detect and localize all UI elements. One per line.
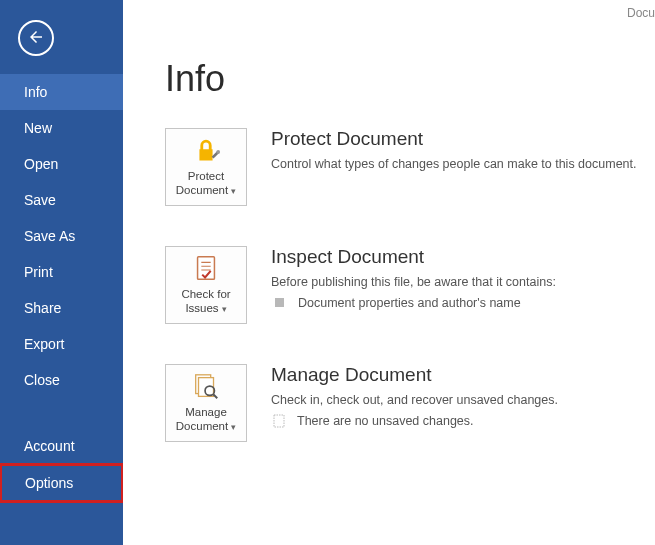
svg-point-0 bbox=[216, 150, 220, 154]
nav-account[interactable]: Account bbox=[0, 428, 123, 464]
manage-desc: Check in, check out, and recover unsaved… bbox=[271, 392, 558, 410]
nav-label: Save bbox=[24, 192, 56, 208]
document-check-icon bbox=[191, 254, 221, 284]
window-title-partial: Docu bbox=[627, 6, 655, 20]
nav-label: Close bbox=[24, 372, 60, 388]
protect-heading: Protect Document bbox=[271, 128, 637, 150]
nav-label: New bbox=[24, 120, 52, 136]
tile-label: Protect Document bbox=[170, 170, 242, 198]
backstage-sidebar: Info New Open Save Save As Print Share E… bbox=[0, 0, 123, 545]
manage-document-button[interactable]: Manage Document bbox=[165, 364, 247, 442]
nav-label: Export bbox=[24, 336, 64, 352]
nav-label: Save As bbox=[24, 228, 75, 244]
nav-close[interactable]: Close bbox=[0, 362, 123, 398]
inspect-desc: Before publishing this file, be aware th… bbox=[271, 274, 556, 292]
nav-print[interactable]: Print bbox=[0, 254, 123, 290]
inspect-heading: Inspect Document bbox=[271, 246, 556, 268]
page-title: Info bbox=[165, 58, 655, 100]
protect-desc: Control what types of changes people can… bbox=[271, 156, 637, 174]
protect-section: Protect Document Protect Document Contro… bbox=[165, 128, 655, 206]
back-arrow-icon bbox=[27, 28, 45, 49]
nav-label: Print bbox=[24, 264, 53, 280]
tile-label: Manage Document bbox=[170, 406, 242, 434]
bullet-icon bbox=[275, 298, 284, 307]
manage-item: There are no unsaved changes. bbox=[271, 414, 558, 428]
nav-open[interactable]: Open bbox=[0, 146, 123, 182]
nav-export[interactable]: Export bbox=[0, 326, 123, 362]
inspect-item-text: Document properties and author's name bbox=[298, 296, 521, 310]
nav-info[interactable]: Info bbox=[0, 74, 123, 110]
nav-label: Account bbox=[24, 438, 75, 454]
protect-document-button[interactable]: Protect Document bbox=[165, 128, 247, 206]
nav-label: Share bbox=[24, 300, 61, 316]
main-pane: Docu Info Protect Document Protect Docum… bbox=[123, 0, 655, 545]
document-outline-icon bbox=[273, 414, 285, 428]
lock-key-icon bbox=[191, 136, 221, 166]
nav-share[interactable]: Share bbox=[0, 290, 123, 326]
nav-new[interactable]: New bbox=[0, 110, 123, 146]
check-for-issues-button[interactable]: Check for Issues bbox=[165, 246, 247, 324]
nav-save-as[interactable]: Save As bbox=[0, 218, 123, 254]
manage-section: Manage Document Manage Document Check in… bbox=[165, 364, 655, 442]
svg-rect-5 bbox=[274, 415, 284, 427]
inspect-item: Document properties and author's name bbox=[271, 296, 556, 310]
back-button[interactable] bbox=[18, 20, 54, 56]
nav-save[interactable]: Save bbox=[0, 182, 123, 218]
manage-heading: Manage Document bbox=[271, 364, 558, 386]
nav-label: Options bbox=[25, 475, 73, 491]
nav-label: Open bbox=[24, 156, 58, 172]
manage-item-text: There are no unsaved changes. bbox=[297, 414, 474, 428]
document-stack-search-icon bbox=[191, 372, 221, 402]
tile-label: Check for Issues bbox=[170, 288, 242, 316]
inspect-section: Check for Issues Inspect Document Before… bbox=[165, 246, 655, 324]
nav-label: Info bbox=[24, 84, 47, 100]
nav-options[interactable]: Options bbox=[0, 464, 123, 502]
